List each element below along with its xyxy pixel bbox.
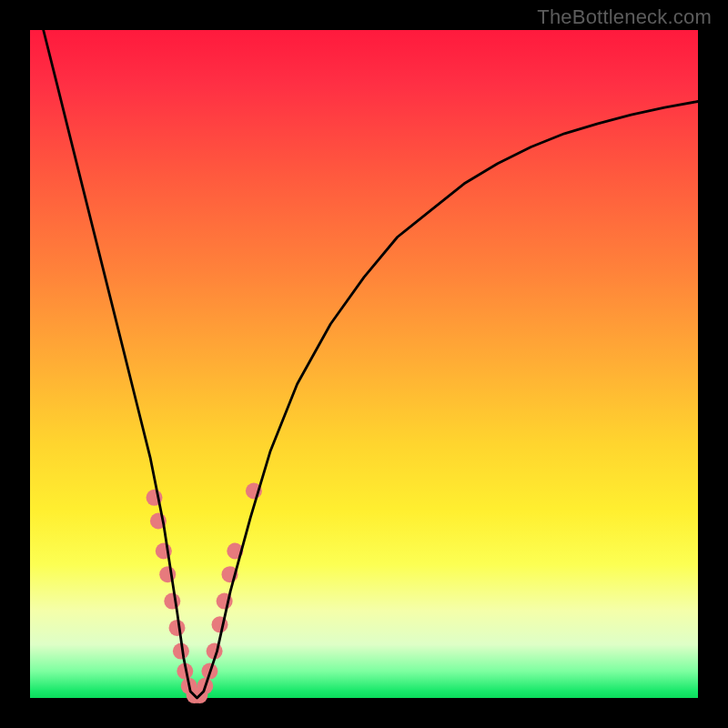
chart-marker [164, 593, 180, 610]
chart-markers [147, 483, 262, 704]
chart-frame: TheBottleneck.com [0, 0, 728, 728]
bottleneck-curve [44, 30, 698, 698]
chart-plot-area [30, 30, 698, 698]
watermark-text: TheBottleneck.com [537, 5, 712, 29]
chart-svg [30, 30, 698, 698]
chart-marker [169, 620, 186, 636]
